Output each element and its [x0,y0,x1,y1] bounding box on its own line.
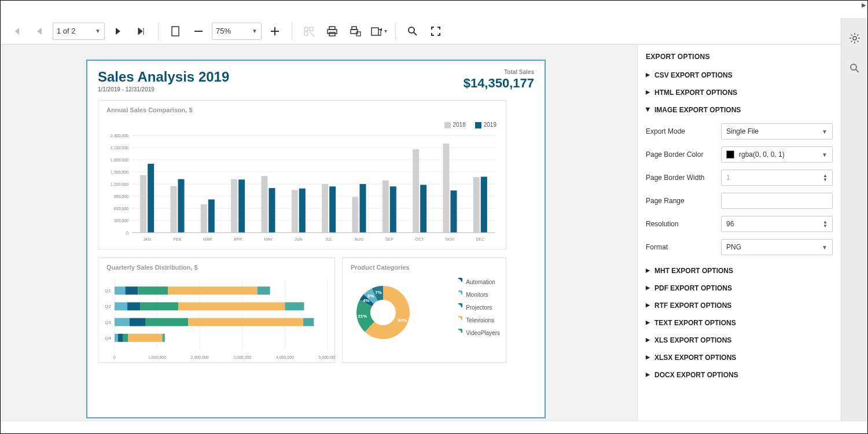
svg-rect-13 [372,28,378,35]
page-selector[interactable]: 1 of 2 ▼ [53,23,105,40]
print-page-button[interactable] [345,21,365,41]
svg-rect-92 [127,302,140,310]
svg-text:APR: APR [234,237,242,241]
single-page-button[interactable] [165,21,185,41]
spinner-icon[interactable]: ▲▼ [823,220,827,228]
export-button[interactable]: ▾ [369,21,388,41]
svg-rect-60 [390,186,396,233]
next-page-button[interactable] [108,21,128,41]
chart3-legend: AutomationMonitorsProjectorsTelevisionsV… [454,278,500,337]
settings-tab-button[interactable] [845,28,865,48]
resolution-input[interactable]: 96 ▲▼ [721,216,833,232]
zoom-in-button[interactable] [265,21,285,41]
zoom-out-button[interactable] [189,21,208,41]
svg-rect-0 [172,27,179,36]
svg-rect-42 [208,200,215,233]
section-xls[interactable]: ▶XLS EXPORT OPTIONS [638,332,841,349]
section-text[interactable]: ▶TEXT EXPORT OPTIONS [638,314,841,332]
chart1-legend: 2018 2019 [444,122,497,128]
format-label: Format [646,243,715,251]
page-range-input[interactable] [721,193,833,209]
svg-text:JAN: JAN [144,237,151,241]
svg-text:FEB: FEB [174,237,182,241]
svg-rect-63 [420,185,426,233]
svg-rect-68 [473,177,480,233]
svg-rect-65 [443,144,450,233]
section-csv[interactable]: ▶CSV EXPORT OPTIONS [638,67,841,84]
svg-rect-87 [138,286,168,295]
svg-text:MAR: MAR [203,237,212,241]
svg-text:Q3: Q3 [105,320,111,325]
svg-rect-57 [360,184,366,233]
svg-text:Q1: Q1 [105,288,111,293]
section-html[interactable]: ▶HTML EXPORT OPTIONS [638,84,841,101]
section-mht[interactable]: ▶MHT EXPORT OPTIONS [638,262,841,279]
page-border-width-input[interactable]: 1 ▲▼ [721,170,833,186]
total-sales-label: Total Sales [504,69,534,75]
svg-text:2,400,000: 2,400,000 [111,134,128,138]
section-docx[interactable]: ▶DOCX EXPORT OPTIONS [638,366,841,384]
viewer-toolbar: 1 of 2 ▼ 75% ▼ [1,18,841,45]
quarterly-dist-chart: Quarterly Sales Distribution, $ 01,000,0… [98,258,335,363]
svg-text:3,000,000: 3,000,000 [233,355,251,359]
svg-rect-106 [128,334,163,342]
last-page-button[interactable] [131,21,151,41]
svg-rect-4 [304,27,308,31]
svg-rect-35 [140,175,146,233]
report-page: Sales Analysis 2019 1/1/2019 - 12/31/201… [87,61,545,417]
legend-item: VideoPlayers [454,329,500,337]
first-page-button[interactable] [6,21,26,41]
multipage-button[interactable] [299,21,319,41]
chevron-down-icon: ▼ [822,128,827,135]
svg-rect-41 [201,204,207,233]
section-xlsx[interactable]: ▶XLSX EXPORT OPTIONS [638,349,841,366]
chevron-down-icon: ▼ [252,28,258,34]
svg-point-16 [851,64,856,70]
chevron-down-icon: ▼ [95,28,101,34]
svg-rect-53 [322,184,328,233]
svg-rect-93 [140,302,178,310]
spinner-icon[interactable]: ▲▼ [823,174,827,182]
svg-rect-100 [188,318,303,326]
section-pdf[interactable]: ▶PDF EXPORT OPTIONS [638,279,841,297]
svg-text:SEP: SEP [385,237,393,241]
chart2-title: Quarterly Sales Distribution, $ [98,258,334,271]
svg-rect-95 [285,302,304,310]
search-button[interactable] [403,21,422,41]
section-rtf[interactable]: ▶RTF EXPORT OPTIONS [638,297,841,314]
svg-rect-39 [178,179,185,233]
svg-rect-36 [148,164,154,233]
svg-rect-59 [382,181,389,233]
svg-text:4,000,000: 4,000,000 [276,355,294,359]
page-range-label: Page Range [646,197,715,205]
prev-page-button[interactable] [30,21,49,41]
svg-rect-99 [146,318,189,326]
svg-text:AUG: AUG [355,237,363,241]
svg-text:5,000,000: 5,000,000 [318,355,336,359]
svg-text:MAY: MAY [264,237,273,241]
format-select[interactable]: PNG ▼ [721,239,833,255]
zoom-selector[interactable]: 75% ▼ [212,23,262,40]
chart1-title: Annual Sales Comparison, $ [98,101,506,113]
svg-rect-97 [115,318,130,326]
svg-text:0: 0 [126,231,128,235]
svg-text:0: 0 [113,355,116,359]
page-border-color-select[interactable]: rgba(0, 0, 0, 1) ▼ [721,146,833,163]
print-button[interactable] [322,21,342,41]
preview-stage[interactable]: Sales Analysis 2019 1/1/2019 - 12/31/201… [1,45,637,421]
section-image-body: Export Mode Single File ▼ Page Border Co… [638,119,841,262]
svg-rect-66 [451,190,457,233]
svg-rect-3 [271,31,279,32]
search-tab-button[interactable] [845,58,865,78]
svg-rect-9 [329,32,335,36]
zoom-value: 75% [216,27,231,35]
svg-rect-47 [262,176,268,233]
fullscreen-button[interactable] [426,21,446,41]
svg-rect-11 [352,27,356,30]
svg-text:7%: 7% [375,290,382,295]
section-image[interactable]: ▶IMAGE EXPORT OPTIONS [638,101,841,119]
svg-rect-6 [304,32,308,35]
svg-rect-105 [123,334,128,342]
export-mode-select[interactable]: Single File ▼ [721,123,833,139]
svg-rect-62 [413,149,419,233]
